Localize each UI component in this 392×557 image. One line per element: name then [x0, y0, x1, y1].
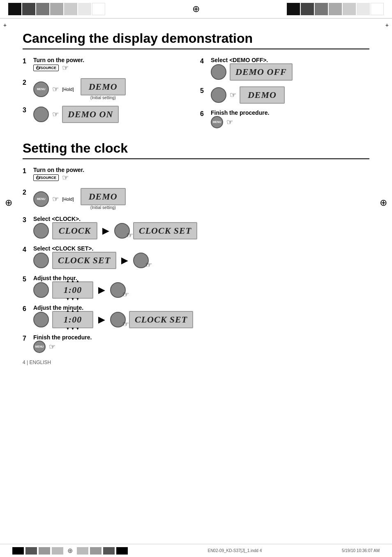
- clock-step3-label: Select <CLOCK>.: [33, 216, 197, 222]
- clock-step7-label: Finish the procedure.: [33, 334, 92, 341]
- step4: 4 Select <DEMO OFF>. DEMO OFF: [200, 57, 369, 81]
- clock-step1-label: Turn on the power.: [33, 167, 84, 173]
- source-icon: ⏻: [36, 66, 39, 70]
- page-number-line: 4 | ENGLISH: [23, 360, 369, 365]
- hand-icon-c5: ☞: [122, 290, 129, 299]
- clock-set-display-c3: CLOCK SET: [133, 222, 197, 239]
- arrow-c6: ▶: [98, 314, 105, 325]
- hold-label-c2: [Hold]: [62, 197, 74, 202]
- demo-off-text: DEMO OFF: [235, 67, 287, 77]
- color-block: [36, 3, 49, 15]
- color-block: [301, 3, 314, 15]
- hold-label: [Hold]: [62, 87, 74, 92]
- menu-knob[interactable]: MENU: [33, 81, 49, 97]
- hand-icon-2: ☞: [52, 85, 59, 94]
- color-strip-right: [287, 3, 384, 15]
- bottom-block: [52, 547, 63, 555]
- knob-c6b[interactable]: ☞: [110, 312, 126, 327]
- clock-step2: 2 MENU ☞ [Hold] DEMO (Initial setting): [23, 188, 369, 210]
- section1-steps: 1 Turn on the power. ⏻/SOURCE ☞ 2: [23, 57, 369, 134]
- demo-on-display: DEMO ON: [62, 106, 119, 123]
- arrow-c4: ▶: [121, 255, 128, 266]
- clock-step7: 7 Finish the procedure. MENU ☞: [23, 334, 369, 353]
- knob-c3[interactable]: [33, 223, 49, 239]
- demo-off-display: DEMO OFF: [230, 63, 293, 81]
- hand-icon-c2: ☞: [52, 195, 59, 204]
- step2-controls: MENU ☞ [Hold] DEMO (Initial setting): [33, 78, 126, 100]
- up-arrow-m3: ▲: [76, 309, 79, 313]
- bottom-block: [103, 547, 115, 555]
- color-block: [50, 3, 63, 15]
- clock-step2-num: 2: [23, 189, 30, 196]
- clock-step1-num: 1: [23, 167, 30, 175]
- up-arrows: ▲ ▲ ▲: [66, 279, 80, 283]
- step4-label: Select <DEMO OFF>.: [211, 57, 293, 63]
- knob-step3[interactable]: [33, 107, 49, 122]
- bottom-block: [90, 547, 101, 555]
- knob-c4[interactable]: [33, 253, 49, 268]
- knob-c4b[interactable]: ☞: [133, 253, 149, 268]
- clock-step4-num: 4: [23, 246, 30, 253]
- hand-icon-c7: ☞: [49, 342, 55, 351]
- right-crosshair: ⊕: [380, 197, 387, 208]
- step3: 3 ☞ DEMO ON: [23, 106, 192, 123]
- initial-setting-label: (Initial setting): [81, 95, 126, 100]
- clock-set-text-c4: CLOCK SET: [58, 255, 111, 266]
- up-arrow-m2: ▲: [71, 309, 75, 313]
- knob-c5b[interactable]: ☞: [110, 282, 126, 298]
- clock-step4-content: Select <CLOCK SET>. CLOCK SET ▶ ☞: [33, 245, 149, 269]
- color-block: [22, 3, 35, 15]
- left-crosshair: ⊕: [5, 197, 12, 208]
- step6-label: Finish the procedure.: [211, 109, 269, 116]
- clock-set-display-c4: CLOCK SET: [52, 252, 116, 269]
- section-cancel-demo: Canceling the display demonstration 1 Tu…: [23, 31, 369, 134]
- menu-finish-knob[interactable]: MENU: [211, 116, 223, 128]
- clock-step5-num: 5: [23, 276, 30, 283]
- arrow-c5: ▶: [98, 285, 105, 295]
- step5: 5 ☞ DEMO: [200, 86, 369, 104]
- knob-c5[interactable]: [33, 282, 49, 298]
- file-info: EN02-09_KD-S37[J]_1.indd 4: [208, 548, 262, 553]
- hand-icon-c3: ☞: [127, 231, 133, 240]
- knob-label: MENU: [37, 88, 46, 91]
- page-lang: ENGLISH: [29, 360, 51, 365]
- clock-step7-controls: MENU ☞: [33, 341, 92, 353]
- hand-icon-5: ☞: [230, 91, 236, 100]
- hand-icon-3: ☞: [52, 110, 59, 119]
- step6: 6 Finish the procedure. MENU ☞: [200, 109, 369, 128]
- section1-title: Canceling the display demonstration: [23, 31, 369, 46]
- demo-display-c2: DEMO: [81, 188, 126, 205]
- step5-content: ☞ DEMO: [211, 86, 285, 104]
- up-arrow3: ▲: [76, 279, 79, 283]
- clock-step7-num: 7: [23, 335, 30, 342]
- up-arrow-m1: ▲: [66, 309, 70, 313]
- color-block: [329, 3, 342, 15]
- hand-icon-c1: ☞: [62, 173, 69, 182]
- menu-knob-finish[interactable]: MENU: [33, 341, 46, 353]
- up-arrow1: ▲: [66, 279, 70, 283]
- knob-c3b[interactable]: ☞: [114, 223, 130, 239]
- step1-controls: ⏻/SOURCE ☞: [33, 63, 84, 72]
- step6-controls: MENU ☞: [211, 116, 269, 128]
- clock-set-text-c3: CLOCK SET: [139, 225, 191, 236]
- time-text-c5: 1:00: [64, 285, 82, 295]
- menu-knob-c2[interactable]: MENU: [33, 191, 49, 207]
- bottom-block: [116, 547, 128, 555]
- clock-step6-label: Adjust the minute.: [33, 304, 193, 311]
- step2-content: MENU ☞ [Hold] DEMO (Initial setting): [33, 78, 126, 100]
- time-text-c6: 1:00: [64, 314, 82, 325]
- date-info: 5/19/10 10:36:07 AM: [342, 548, 380, 553]
- knob-step4[interactable]: [211, 64, 226, 80]
- clock-step1-content: Turn on the power. ⏻/SOURCE ☞: [33, 167, 84, 182]
- down-arrow2: ▼: [71, 297, 75, 301]
- source-button-2[interactable]: ⏻/SOURCE: [33, 174, 59, 181]
- color-block: [287, 3, 300, 15]
- down-arrows-min: ▼ ▼ ▼: [66, 327, 80, 331]
- clock-step3-controls: CLOCK ▶ ☞ CLOCK SET: [33, 222, 197, 239]
- clock-step7-content: Finish the procedure. MENU ☞: [33, 334, 92, 353]
- knob-c6[interactable]: [33, 312, 49, 327]
- clock-set-display-c6: CLOCK SET: [129, 311, 193, 328]
- step1-content: Turn on the power. ⏻/SOURCE ☞: [33, 57, 84, 72]
- knob-step5[interactable]: [211, 87, 226, 103]
- source-button[interactable]: ⏻/SOURCE: [33, 65, 59, 71]
